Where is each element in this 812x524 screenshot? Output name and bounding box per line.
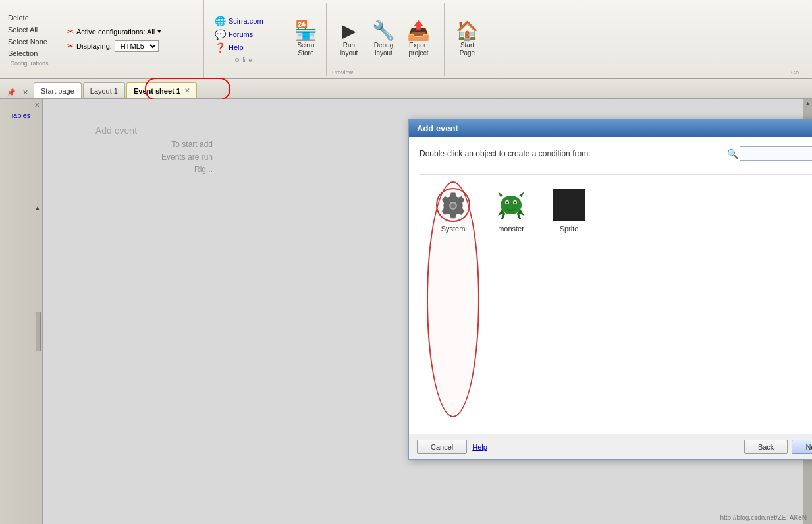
toolbar: Delete Select All Select None Selection … — [0, 0, 812, 79]
sidebar-scrollbar[interactable] — [36, 312, 41, 351]
debug-layout-button[interactable]: 🔧 Debug layout — [366, 18, 401, 61]
online-label: Online — [215, 57, 272, 63]
globe-icon: 🌐 — [215, 16, 226, 26]
variables-link[interactable]: iables — [11, 110, 32, 121]
forums-link[interactable]: 💬 Forums — [215, 29, 272, 40]
config-dropdown-icon[interactable]: ▾ — [157, 27, 161, 36]
toolbar-online: 🌐 Scirra.com 💬 Forums ❓ Help Online — [204, 0, 283, 78]
system-icon-wrapper — [436, 188, 470, 222]
dialog-body: Double-click an object to create a condi… — [409, 137, 812, 434]
dialog-search-row: 🔍 — [727, 146, 812, 161]
sprite-shape — [553, 189, 585, 221]
svg-line-12 — [518, 213, 520, 219]
svg-point-1 — [450, 203, 455, 208]
run-layout-button[interactable]: ▶ Run layout — [332, 18, 366, 61]
monster-svg — [495, 190, 527, 219]
displaying-row: ✂ Displaying: HTML5 — [67, 40, 196, 52]
tab-start-page[interactable]: Start page — [34, 82, 82, 98]
select-none-button[interactable]: Select None — [5, 36, 53, 47]
left-sidebar: ✕ iables ▲ — [0, 99, 43, 524]
scroll-up-button[interactable]: ▲ — [34, 204, 41, 212]
export-icon: 📤 — [407, 22, 430, 40]
pin-button[interactable]: 📌 — [5, 87, 17, 98]
main-area: ✕ iables ▲ Add event To start add Events… — [0, 99, 812, 524]
select-all-button[interactable]: Select All — [5, 24, 53, 35]
sprite-icon-wrapper — [552, 188, 586, 222]
tab-start-page-label: Start page — [41, 87, 74, 95]
search-icon: 🔍 — [727, 148, 738, 159]
tab-layout-1[interactable]: Layout 1 — [83, 82, 125, 98]
svg-point-10 — [514, 202, 516, 204]
displaying-icon: ✂ — [67, 42, 74, 51]
tab-event-sheet-1[interactable]: Event sheet 1 ✕ — [126, 82, 197, 98]
preview-section: ▶ Run layout 🔧 Debug layout 📤 Export pro… — [326, 3, 441, 76]
displaying-label: Displaying: — [76, 42, 112, 50]
dialog-footer: Cancel Help Back Next — [409, 434, 812, 459]
run-icon: ▶ — [342, 22, 356, 40]
tab-close-icon[interactable]: ✕ — [184, 88, 190, 94]
tabs-bar: 📌 ✕ Start page Layout 1 Event sheet 1 ✕ — [0, 79, 812, 99]
back-button[interactable]: Back — [744, 440, 788, 454]
cancel-button[interactable]: Cancel — [417, 440, 467, 454]
monster-icon-wrapper — [494, 188, 528, 222]
objects-grid: System — [420, 174, 812, 424]
debug-icon: 🔧 — [372, 22, 395, 40]
svg-marker-3 — [498, 192, 503, 197]
store-icon: 🏪 — [294, 22, 317, 40]
forum-icon: 💬 — [215, 29, 226, 40]
start-page-icon: 🏠 — [456, 22, 479, 40]
monster-label: monster — [498, 225, 524, 233]
footer-right: Back Next — [744, 440, 812, 454]
selection-label: Selection — [5, 48, 53, 59]
svg-point-2 — [501, 196, 522, 214]
svg-line-11 — [502, 213, 504, 219]
active-config-row: ✂ Active configurations: All ▾ — [67, 27, 196, 36]
toolbar-actions: 🏪 Scirra Store ▶ Run layout 🔧 Debug layo… — [283, 0, 812, 78]
configurations-label: Configurations — [5, 60, 53, 67]
scirra-link[interactable]: 🌐 Scirra.com — [215, 16, 272, 26]
tab-layout-1-label: Layout 1 — [90, 87, 118, 95]
event-sheet: Add event To start add Events are run Ri… — [43, 99, 812, 524]
help-link-dialog[interactable]: Help — [472, 443, 487, 451]
delete-button[interactable]: Delete — [5, 13, 53, 23]
svg-point-9 — [506, 202, 508, 204]
object-item-monster[interactable]: monster — [485, 181, 537, 417]
footer-left: Cancel Help — [417, 440, 487, 454]
help-link[interactable]: ❓ Help — [215, 42, 272, 53]
sidebar-close-button[interactable]: ✕ — [34, 102, 42, 109]
close-panel-button[interactable]: ✕ — [21, 87, 30, 98]
object-item-sprite[interactable]: Sprite — [543, 181, 595, 417]
config-icon: ✂ — [67, 27, 74, 36]
svg-marker-4 — [519, 192, 524, 197]
go-section: 🏠 Start Page Go — [444, 3, 490, 76]
sprite-label: Sprite — [560, 225, 579, 233]
help-icon: ❓ — [215, 42, 226, 53]
next-button[interactable]: Next — [792, 440, 812, 454]
add-event-dialog: Add event Double-click an object to crea… — [408, 119, 812, 460]
displaying-select[interactable]: HTML5 — [115, 40, 159, 52]
start-page-button[interactable]: 🏠 Start Page — [450, 18, 485, 61]
object-item-system[interactable]: System — [427, 181, 479, 417]
preview-label: Preview — [332, 69, 353, 76]
dialog-search-input[interactable] — [740, 146, 812, 161]
export-project-button[interactable]: 📤 Export project — [401, 18, 436, 61]
go-label: Go — [791, 69, 799, 76]
system-label: System — [441, 225, 466, 233]
active-config-label: Active configurations: All — [76, 28, 155, 36]
dialog-instruction: Double-click an object to create a condi… — [420, 149, 590, 158]
dialog-titlebar: Add event — [409, 119, 812, 137]
toolbar-selection: Delete Select All Select None Selection … — [0, 0, 59, 78]
gear-svg — [440, 190, 466, 219]
scirra-store-button[interactable]: 🏪 Scirra Store — [288, 18, 323, 61]
dialog-title: Add event — [417, 123, 458, 133]
tab-event-sheet-1-label: Event sheet 1 — [134, 87, 180, 95]
toolbar-configs: ✂ Active configurations: All ▾ ✂ Display… — [59, 0, 204, 78]
